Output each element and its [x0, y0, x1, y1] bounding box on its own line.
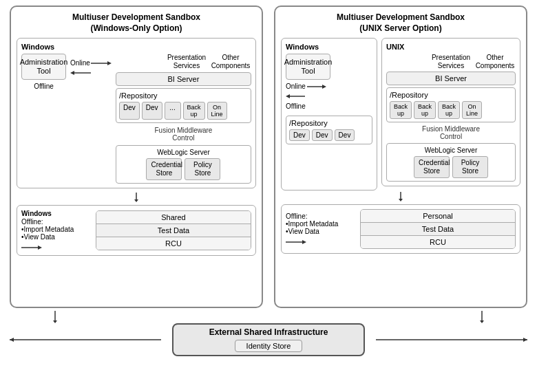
- left-top-windows-section: Windows AdministrationTool Offline Onlin…: [17, 38, 256, 188]
- right-policy-store: PolicyStore: [452, 156, 488, 178]
- svg-marker-7: [38, 246, 42, 250]
- left-dev-box-3: ...: [165, 102, 181, 120]
- right-windows-repo-section: /Repository Dev Dev Dev: [286, 116, 372, 144]
- left-offline-arrow: [70, 69, 91, 76]
- left-shared-box: Shared Test Data RCU: [96, 210, 251, 250]
- right-win-dev-3: Dev: [335, 129, 355, 141]
- right-data-arrow: [286, 239, 306, 246]
- left-horiz-infra-line: [10, 336, 161, 344]
- svg-marker-15: [302, 240, 306, 244]
- right-windows-label: Windows: [286, 43, 372, 51]
- left-dev-box-5: OnLine: [207, 102, 227, 120]
- right-win-dev-2: Dev: [312, 129, 333, 141]
- right-windows-dev-row: Dev Dev Dev: [289, 129, 369, 141]
- right-windows-col: Windows AdministrationTool Online: [281, 38, 377, 190]
- left-vert-arrow: [132, 193, 140, 202]
- identity-store-label: Identity Store: [246, 342, 291, 350]
- right-unix-label: UNIX: [386, 43, 516, 51]
- right-fmc: Fusion MiddlewareControl: [386, 124, 516, 142]
- right-personal-box: Personal Test Data RCU: [360, 209, 516, 249]
- left-infra-arrow-down: [51, 311, 59, 323]
- right-unix-col: UNIX PresentationServices OtherComponent…: [381, 38, 520, 190]
- svg-marker-5: [134, 199, 138, 202]
- left-sandbox: Multiuser Development Sandbox (Windows-O…: [10, 6, 263, 308]
- right-presentation-services: PresentationServices: [430, 54, 472, 70]
- left-offline-text: Offline: •Import Metadata •View Data: [21, 218, 90, 241]
- left-windows-label: Windows: [21, 43, 251, 51]
- right-unix-dev-4: OnLine: [462, 101, 482, 119]
- right-horiz-infra-line: [376, 336, 527, 344]
- right-test-data-label: Test Data: [361, 223, 515, 236]
- left-bottom-windows: Windows Offline: •Import Metadata •View …: [17, 205, 256, 256]
- left-other-components: OtherComponents: [210, 54, 251, 70]
- right-store-row: CredentialStore PolicyStore: [390, 156, 512, 178]
- right-sandbox-title: Multiuser Development Sandbox (UNIX Serv…: [281, 12, 520, 34]
- svg-marker-21: [10, 338, 14, 342]
- left-admin-tool: AdministrationTool: [21, 54, 66, 80]
- right-win-dev-1: Dev: [289, 129, 310, 141]
- left-data-arrow: [21, 244, 42, 251]
- left-fmc: Fusion MiddlewareControl: [116, 125, 251, 143]
- right-online-arrow: [307, 83, 326, 90]
- left-store-row: CredentialStore PolicyStore: [119, 158, 248, 180]
- infra-identity-store: Identity Store: [187, 338, 350, 352]
- right-sandbox: Multiuser Development Sandbox (UNIX Serv…: [274, 6, 527, 308]
- infra-title: External Shared Infrastructure: [187, 327, 350, 337]
- svg-marker-9: [322, 85, 326, 89]
- right-unix-dev-row: Backup Backup Backup OnLine: [390, 101, 512, 119]
- left-bi-server: BI Server: [116, 72, 251, 86]
- right-online-label: Online: [286, 83, 306, 90]
- left-dev-boxes-row: Dev Dev ... Backup OnLine: [119, 102, 248, 120]
- right-unix-repo-section: /Repository Backup Backup Backup OnLine: [386, 87, 516, 122]
- svg-marker-23: [523, 338, 527, 342]
- left-dev-box-2: Dev: [142, 102, 162, 120]
- left-weblogic-section: WebLogic Server CredentialStore PolicySt…: [116, 145, 251, 184]
- left-policy-store: PolicyStore: [185, 158, 220, 180]
- right-unix-dev-2: Backup: [414, 101, 436, 119]
- right-rcu-label: RCU: [361, 236, 515, 248]
- right-credential-store: CredentialStore: [414, 156, 450, 178]
- svg-marker-11: [286, 94, 290, 98]
- left-test-data-label: Test Data: [96, 224, 251, 237]
- right-offline-text: Offline: •Import Metadata •View Data: [286, 213, 355, 235]
- main-container: Multiuser Development Sandbox (Windows-O…: [0, 0, 537, 392]
- right-unix-dev-1: Backup: [390, 101, 412, 119]
- right-vert-arrow: [397, 192, 405, 202]
- left-shared-label: Shared: [96, 211, 251, 224]
- right-other-components: OtherComponents: [474, 54, 516, 70]
- right-weblogic-label: WebLogic Server: [390, 146, 512, 154]
- right-windows-repo-label: /Repository: [289, 119, 369, 127]
- right-offline-label: Offline: [286, 102, 306, 110]
- left-bottom-os-label: Windows: [21, 210, 90, 217]
- left-online-label: Online: [70, 59, 90, 67]
- right-unix-section: UNIX PresentationServices OtherComponent…: [381, 38, 520, 186]
- right-admin-tool: AdministrationTool: [286, 54, 330, 80]
- left-online-arrow: [91, 60, 112, 67]
- left-dev-box-1: Dev: [119, 102, 140, 120]
- right-personal-label: Personal: [361, 210, 515, 223]
- svg-marker-3: [70, 71, 74, 75]
- right-sandbox-inner: Windows AdministrationTool Online: [281, 38, 520, 190]
- left-credential-store: CredentialStore: [146, 158, 182, 180]
- left-repo-section: /Repository Dev Dev ... Backup OnLine: [116, 88, 251, 123]
- left-repo-label: /Repository: [119, 91, 248, 100]
- left-offline-label: Offline: [34, 83, 54, 90]
- right-bi-server: BI Server: [386, 72, 516, 85]
- right-weblogic-section: WebLogic Server CredentialStore PolicySt…: [386, 143, 516, 182]
- left-presentation-services: PresentationServices: [166, 54, 207, 70]
- svg-marker-13: [399, 199, 403, 202]
- right-infra-arrow-down: [478, 311, 486, 323]
- left-sandbox-title: Multiuser Development Sandbox (Windows-O…: [17, 12, 256, 34]
- right-bottom-section: Offline: •Import Metadata •View Data Per…: [281, 204, 520, 254]
- svg-marker-1: [107, 61, 112, 65]
- right-unix-dev-3: Backup: [438, 101, 460, 119]
- right-windows-section: Windows AdministrationTool Online: [281, 38, 377, 190]
- top-row: Multiuser Development Sandbox (Windows-O…: [6, 6, 531, 308]
- right-unix-repo-label: /Repository: [390, 91, 512, 99]
- infra-box: External Shared Infrastructure Identity …: [172, 323, 365, 356]
- right-offline-back-arrow: [286, 93, 305, 100]
- left-weblogic-label: WebLogic Server: [119, 149, 248, 156]
- left-rcu-label: RCU: [96, 237, 251, 250]
- left-dev-box-4: Backup: [183, 102, 205, 120]
